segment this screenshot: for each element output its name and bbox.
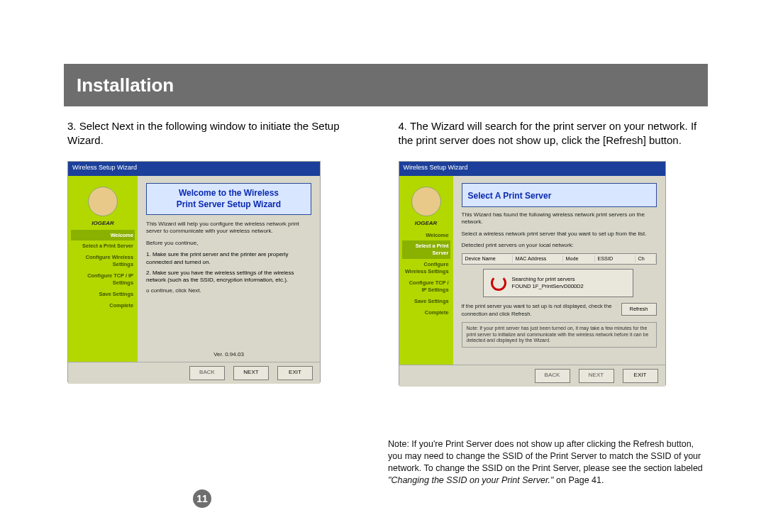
footnote-italic: "Changing the SSID on your Print Server.… [388, 475, 554, 485]
select-p3: Detected print servers on your local net… [462, 242, 657, 249]
sidebar-step-tcp: Configure TCP / IP Settings [402, 277, 450, 296]
back-button[interactable]: BACK [189, 366, 225, 380]
col-essid: ESSID [595, 255, 635, 262]
refresh-button[interactable]: Refresh [621, 303, 657, 316]
version-label: Ver. 0.94.03 [146, 351, 311, 359]
mascot-icon [411, 187, 441, 216]
welcome-banner: Welcome to the Wireless Print Server Set… [146, 183, 311, 215]
manual-page: Installation 3. Select Next in the follo… [0, 0, 766, 532]
prereq-list: 1. Make sure the print server and the pr… [146, 251, 311, 287]
step-3-text: 3. Select Next in the following window t… [67, 119, 377, 148]
prereq-1: 1. Make sure the print server and the pr… [146, 251, 311, 267]
next-button[interactable]: NEXT [233, 366, 269, 380]
sidebar-step-config: Configure Wireless Settings [71, 252, 135, 270]
wizard-body: IOGEAR Welcome Select a Print Server Con… [399, 176, 665, 365]
sidebar-step-complete: Complete [402, 307, 450, 318]
sidebar-step-welcome: Welcome [71, 230, 135, 241]
welcome-description: This Wizard will help you configure the … [146, 221, 311, 251]
col-mode: Mode [563, 255, 595, 262]
sidebar-step-save: Save Settings [402, 296, 450, 307]
sidebar-step-welcome: Welcome [402, 230, 450, 241]
brand-label: IOGEAR [415, 220, 438, 228]
exit-button[interactable]: EXIT [277, 366, 313, 380]
col-ch: Ch [635, 255, 656, 262]
popup-text: Searching for print servers FOUND 1F_Pri… [512, 276, 584, 291]
mascot-logo: IOGEAR [68, 176, 138, 227]
sidebar-step-select: Select a Print Server [402, 240, 450, 259]
prereq-2: 2. Make sure you have the wireless setti… [146, 270, 311, 285]
wizard-sidebar: IOGEAR Welcome Select a Print Server Con… [399, 176, 453, 365]
startup-note: Note: If your print server has just been… [462, 322, 657, 348]
select-p1: This Wizard has found the following wire… [462, 211, 657, 226]
wizard-footer: BACK NEXT EXIT [68, 362, 320, 384]
banner-line1: Welcome to the Wireless [152, 187, 305, 199]
server-table-header: Device Name MAC Address Mode ESSID Ch [462, 253, 657, 265]
search-popup: Searching for print servers FOUND 1F_Pri… [483, 269, 633, 297]
sidebar-step-complete: Complete [71, 300, 135, 311]
mascot-icon [88, 187, 118, 216]
back-button[interactable]: BACK [535, 369, 570, 383]
footnote: Note: If you're Print Server does not sh… [388, 438, 708, 487]
col-mac: MAC Address [513, 255, 563, 262]
wizard-steps-list: Welcome Select a Print Server Configure … [68, 227, 138, 315]
continue-hint: o continue, click Next. [146, 287, 311, 299]
select-p2: Select a wireless network print server t… [462, 231, 657, 238]
sidebar-step-select: Select a Print Server [71, 240, 135, 252]
select-description: This Wizard has found the following wire… [462, 211, 657, 254]
footnote-text: Note: If you're Print Server does not sh… [388, 439, 703, 473]
next-button[interactable]: NEXT [579, 369, 614, 383]
welcome-p2: Before you continue, [146, 240, 311, 247]
screenshot-step-4: Wireless Setup Wizard IOGEAR Welcome Sel… [399, 161, 666, 385]
two-column-layout: 3. Select Next in the following window t… [67, 119, 708, 385]
select-banner: Select A Print Server [462, 183, 657, 207]
popup-l1: Searching for print servers [512, 276, 584, 283]
window-titlebar: Wireless Setup Wizard [68, 162, 320, 176]
wizard-sidebar: IOGEAR Welcome Select a Print Server Con… [68, 176, 138, 362]
banner-line2: Print Server Setup Wizard [152, 199, 305, 210]
column-left: 3. Select Next in the following window t… [67, 119, 377, 385]
mascot-logo: IOGEAR [399, 176, 453, 227]
brand-label: IOGEAR [91, 220, 114, 228]
section-title: Installation [77, 74, 174, 96]
column-right: 4. The Wizard will search for the print … [399, 119, 709, 385]
col-device: Device Name [462, 255, 513, 262]
select-banner-text: Select A Print Server [468, 191, 552, 201]
refresh-row: If the print server you want to set up i… [462, 303, 657, 318]
spinner-icon [491, 275, 506, 291]
continue-text: o continue, click Next. [146, 287, 311, 294]
screenshot-step-3: Wireless Setup Wizard IOGEAR Welcome Sel… [67, 161, 321, 382]
wizard-content-welcome: Welcome to the Wireless Print Server Set… [138, 176, 320, 362]
step-4-text: 4. The Wizard will search for the print … [399, 119, 709, 148]
page-number: 11 [193, 489, 211, 508]
refresh-hint: If the print server you want to set up i… [462, 303, 616, 318]
footnote-tail: on Page 41. [556, 475, 604, 485]
wizard-footer: BACK NEXT EXIT [399, 365, 665, 387]
window-titlebar: Wireless Setup Wizard [399, 162, 665, 176]
sidebar-step-tcp: Configure TCP / IP Settings [71, 270, 135, 289]
wizard-content-select: Select A Print Server This Wizard has fo… [453, 176, 665, 365]
exit-button[interactable]: EXIT [623, 369, 658, 383]
popup-l2: FOUND 1F_PrintServD000D2 [512, 283, 584, 290]
wizard-body: IOGEAR Welcome Select a Print Server Con… [68, 176, 320, 362]
sidebar-step-save: Save Settings [71, 289, 135, 300]
welcome-p1: This Wizard will help you configure the … [146, 221, 311, 235]
section-header: Installation [64, 64, 708, 106]
sidebar-step-config: Configure Wireless Settings [402, 259, 450, 277]
wizard-steps-list: Welcome Select a Print Server Configure … [399, 227, 453, 322]
